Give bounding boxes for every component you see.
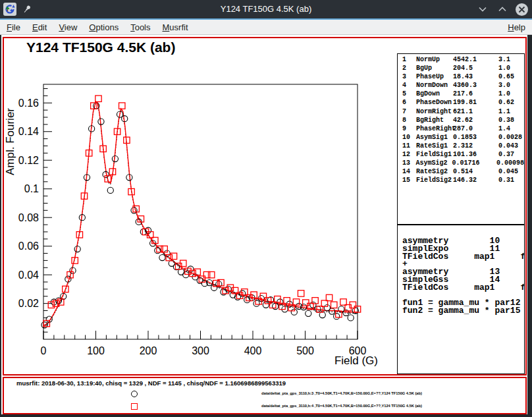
x-tick-label: 0 xyxy=(41,345,47,356)
data-point-circle xyxy=(319,312,325,318)
fit-parameter-row: 2BgUp204.51.0 xyxy=(402,64,524,72)
data-point-square xyxy=(331,302,337,308)
y-axis-title: Ampl. Fourier xyxy=(4,108,16,175)
fit-parameter-row: 10AsymSig10.18530.0028 xyxy=(402,133,524,142)
data-point-circle xyxy=(112,155,118,161)
data-point-circle xyxy=(348,315,354,321)
musrfit-window: Y124 TF150G 4.5K (ab) FileEditViewOption… xyxy=(0,0,532,417)
fit-parameter-row: 11RateSig12.3120.043 xyxy=(402,142,524,150)
minimize-button[interactable] xyxy=(476,3,489,16)
fit-parameter-row: 5BgDown217.61.0 xyxy=(402,90,524,98)
data-point-circle xyxy=(306,310,311,316)
root-canvas: Y124 TF150G 4.5K (ab) 010020030040050060… xyxy=(0,35,532,417)
fit-parameter-row: 13AsymSig20.017160.00098 xyxy=(402,159,524,167)
data-point-square xyxy=(242,289,248,295)
fit-parameter-row: 12FieldSig1101.360.37 xyxy=(402,150,524,159)
plot-frame xyxy=(43,84,358,339)
y-tick-label: 0.1 xyxy=(24,183,39,194)
circle-marker-icon xyxy=(131,391,138,397)
data-point-circle xyxy=(155,248,161,254)
fit-parameter-row: 4NormDown4360.33.0 xyxy=(402,81,524,90)
data-point-square xyxy=(171,253,176,259)
menubar: FileEditViewOptionsToolsMusrfitHelp xyxy=(0,20,532,35)
theory-text: asymmetry 10 simplExpo 11 TFieldCos map1… xyxy=(402,237,524,315)
menu-options[interactable]: Options xyxy=(88,22,120,32)
legend-label: data/deltat_pta_gps_3110,h:4 ,T0=4.50K,T… xyxy=(261,404,422,408)
legend-label: data/deltat_pta_gps_3110,h:3 ,T0=4.50K,T… xyxy=(261,391,422,395)
fit-parameter-row: 3PhaseUp18.430.65 xyxy=(402,72,524,81)
data-point-circle xyxy=(240,291,246,296)
fit-parameter-row: 6PhaseDown199.810.62 xyxy=(402,98,524,107)
fit-parameter-row: 8BgRight42.620.38 xyxy=(402,116,524,125)
x-tick-label: 300 xyxy=(192,345,209,356)
fit-parameter-row: 7NormRight621.11.1 xyxy=(402,107,524,116)
menu-tools[interactable]: Tools xyxy=(129,22,151,32)
menu-help[interactable]: Help xyxy=(506,22,527,32)
y-tick-label: 0.04 xyxy=(18,269,39,281)
fit-parameter-row: 14RateSig20.5140.045 xyxy=(402,167,524,176)
titlebar[interactable]: Y124 TF150G 4.5K (ab) xyxy=(0,0,532,18)
x-axis-title: Field (G) xyxy=(334,354,378,367)
data-point-square xyxy=(95,96,101,101)
data-point-circle xyxy=(263,302,269,308)
fit-parameter-row: 1NormUp4542.13.1 xyxy=(402,55,524,64)
series-circle-markers xyxy=(41,103,358,328)
data-point-square xyxy=(340,299,346,305)
fit-info-text: musrfit: 2018-06-30, 13:19:40, chisq = 1… xyxy=(16,379,286,387)
window-frame-left xyxy=(0,35,1,417)
y-tick-label: 0.14 xyxy=(18,126,39,137)
theory-box: asymmetry 10 simplExpo 11 TFieldCos map1… xyxy=(397,225,525,374)
menu-edit[interactable]: Edit xyxy=(31,22,48,32)
y-tick-label: 0.06 xyxy=(18,240,39,252)
data-point-circle xyxy=(329,308,334,314)
window-title: Y124 TF150G 4.5K (ab) xyxy=(0,0,532,18)
data-point-circle xyxy=(70,267,76,273)
data-point-circle xyxy=(334,314,340,320)
x-tick-label: 100 xyxy=(87,345,105,356)
data-point-circle xyxy=(107,187,113,193)
data-point-circle xyxy=(286,301,292,307)
menu-view[interactable]: View xyxy=(57,22,78,32)
info-pad: musrfit: 2018-06-30, 13:19:40, chisq = 1… xyxy=(3,377,527,414)
legend-row: data/deltat_pta_gps_3110,h:3 ,T0=4.50K,T… xyxy=(4,390,525,399)
data-point-square xyxy=(203,271,209,277)
data-point-square xyxy=(208,271,214,277)
square-marker-icon xyxy=(131,403,138,410)
plot-pad: Y124 TF150G 4.5K (ab) 010020030040050060… xyxy=(3,37,527,375)
y-tick-label: 0.02 xyxy=(18,298,39,309)
menu-musrfit[interactable]: Musrfit xyxy=(161,22,190,32)
window-frame-right xyxy=(527,35,532,417)
data-point-circle xyxy=(131,208,137,213)
x-tick-label: 500 xyxy=(296,345,314,356)
fit-parameter-box: 1NormUp4542.13.12BgUp204.51.03PhaseUp18.… xyxy=(397,53,525,225)
x-tick-label: 400 xyxy=(244,345,262,356)
menu-file[interactable]: File xyxy=(5,22,22,32)
fit-parameter-row: 9PhaseRight287.01.4 xyxy=(402,125,524,133)
x-tick-label: 200 xyxy=(140,345,157,356)
maximize-button[interactable] xyxy=(496,3,509,16)
data-point-square xyxy=(326,294,332,300)
data-point-circle xyxy=(253,300,259,306)
data-point-circle xyxy=(291,309,297,315)
y-tick-label: 0.16 xyxy=(18,97,39,109)
y-tick-label: 0.12 xyxy=(18,155,39,166)
y-tick-label: 0.08 xyxy=(18,212,39,223)
close-button[interactable] xyxy=(516,3,528,16)
window-frame-bottom xyxy=(0,414,532,417)
data-point-square xyxy=(298,291,304,296)
fit-parameter-row: 15FieldSig2146.320.31 xyxy=(402,176,524,184)
theory-curve-series2 xyxy=(43,101,358,326)
data-point-circle xyxy=(188,266,194,272)
data-point-circle xyxy=(74,246,80,252)
data-point-square xyxy=(119,103,125,109)
data-point-circle xyxy=(183,272,189,278)
legend-row: data/deltat_pta_gps_3110,h:4 ,T0=4.50K,T… xyxy=(4,403,525,412)
